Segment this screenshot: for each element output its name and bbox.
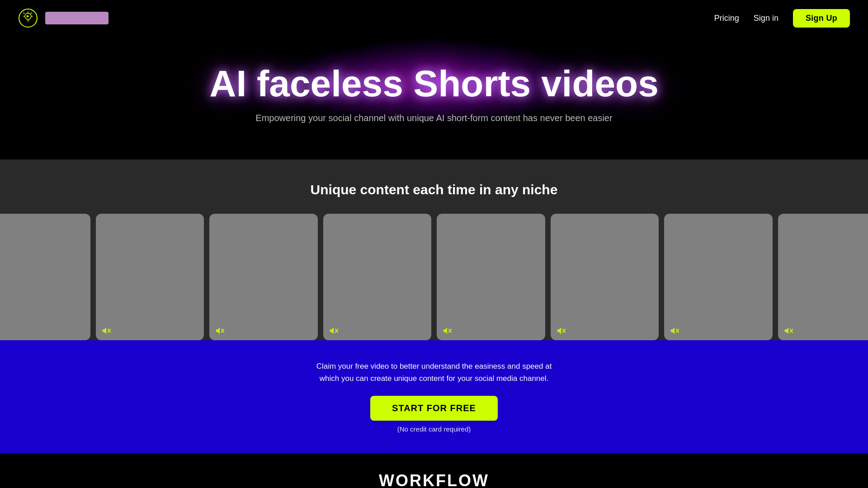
svg-marker-7 [27, 15, 29, 18]
video-section: Unique content each time in any niche [0, 160, 868, 340]
workflow-section: WORKFLOW [0, 453, 868, 488]
logo-text [45, 12, 108, 24]
nav-right: Pricing Sign in Sign Up [714, 9, 850, 28]
svg-marker-25 [557, 328, 561, 334]
video-card[interactable] [551, 214, 659, 340]
workflow-title: WORKFLOW [18, 471, 850, 488]
mute-icon [670, 326, 679, 336]
no-cc-label: (No credit card required) [397, 425, 471, 433]
mute-icon [442, 326, 452, 336]
svg-marker-28 [671, 328, 675, 334]
svg-marker-13 [102, 328, 106, 334]
svg-marker-16 [216, 328, 220, 334]
start-free-button[interactable]: START FOR FREE [370, 396, 498, 421]
video-grid [0, 214, 868, 340]
mute-icon [783, 326, 793, 336]
video-card[interactable] [323, 214, 432, 340]
mute-icon [101, 326, 111, 336]
video-section-title: Unique content each time in any niche [0, 182, 868, 197]
video-card[interactable] [437, 214, 545, 340]
svg-rect-9 [27, 21, 29, 22]
svg-marker-22 [443, 328, 447, 334]
svg-marker-31 [784, 328, 788, 334]
hero-title: AI faceless Shorts videos [18, 63, 850, 104]
video-card[interactable] [0, 214, 90, 340]
hero-section: AI faceless Shorts videos Empowering you… [0, 36, 868, 160]
svg-rect-8 [27, 20, 29, 21]
logo-icon [18, 8, 38, 28]
cta-section: Claim your free video to better understa… [0, 340, 868, 453]
video-card[interactable] [778, 214, 868, 340]
cta-button-group: START FOR FREE (No credit card required) [18, 396, 850, 433]
hero-subtitle: Empowering your social channel with uniq… [18, 113, 850, 123]
mute-icon [556, 326, 566, 336]
mute-icon [215, 326, 225, 336]
nav-left [18, 8, 108, 28]
svg-line-3 [31, 13, 32, 14]
video-card[interactable] [96, 214, 204, 340]
svg-line-5 [24, 13, 24, 14]
svg-marker-19 [330, 328, 333, 334]
signin-link[interactable]: Sign in [754, 14, 778, 23]
video-card[interactable] [209, 214, 318, 340]
navbar: Pricing Sign in Sign Up [0, 0, 868, 36]
mute-icon [329, 326, 339, 336]
cta-description: Claim your free video to better understa… [18, 360, 850, 385]
pricing-link[interactable]: Pricing [714, 14, 739, 23]
signup-button[interactable]: Sign Up [793, 9, 850, 28]
video-card[interactable] [664, 214, 773, 340]
